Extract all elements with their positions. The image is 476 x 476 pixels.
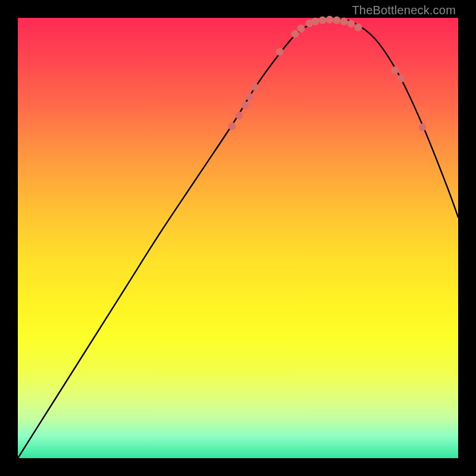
highlight-dot	[228, 123, 236, 130]
highlight-dot	[319, 17, 327, 24]
highlight-dot	[246, 93, 254, 101]
highlight-dot	[298, 25, 305, 33]
highlight-dot	[312, 18, 320, 26]
bottleneck-curve-svg	[18, 18, 458, 458]
highlight-dot	[251, 83, 259, 91]
highlight-dots	[228, 16, 427, 131]
highlight-dot	[326, 16, 334, 24]
highlight-dot	[236, 112, 243, 120]
highlight-dot	[419, 124, 427, 131]
bottleneck-curve	[18, 19, 458, 458]
highlight-dot	[397, 75, 405, 83]
highlight-dot	[340, 18, 348, 26]
highlight-dot	[355, 24, 362, 32]
highlight-dot	[333, 17, 341, 24]
highlight-dot	[392, 67, 399, 74]
watermark-text: TheBottleneck.com	[352, 4, 456, 17]
highlight-dot	[347, 20, 355, 28]
highlight-dot	[292, 30, 299, 38]
highlight-dot	[242, 102, 249, 109]
highlight-dot	[276, 48, 284, 56]
